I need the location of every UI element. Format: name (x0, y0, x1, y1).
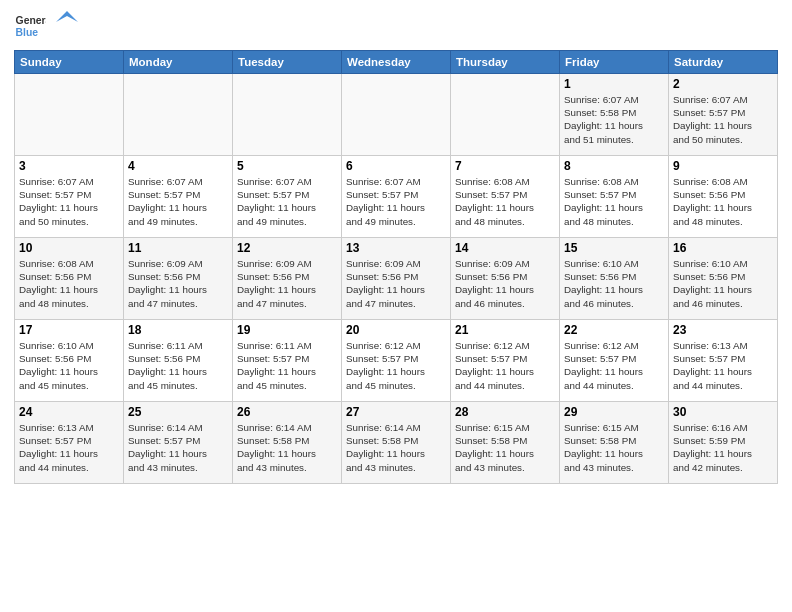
day-number: 20 (346, 323, 446, 337)
weekday-header-friday: Friday (560, 51, 669, 74)
weekday-header-tuesday: Tuesday (233, 51, 342, 74)
calendar-cell: 1Sunrise: 6:07 AM Sunset: 5:58 PM Daylig… (560, 74, 669, 156)
svg-text:General: General (16, 15, 46, 26)
weekday-header-wednesday: Wednesday (342, 51, 451, 74)
day-info: Sunrise: 6:09 AM Sunset: 5:56 PM Dayligh… (455, 257, 555, 310)
day-info: Sunrise: 6:15 AM Sunset: 5:58 PM Dayligh… (564, 421, 664, 474)
calendar-cell: 8Sunrise: 6:08 AM Sunset: 5:57 PM Daylig… (560, 156, 669, 238)
day-number: 23 (673, 323, 773, 337)
calendar-cell: 6Sunrise: 6:07 AM Sunset: 5:57 PM Daylig… (342, 156, 451, 238)
day-info: Sunrise: 6:08 AM Sunset: 5:56 PM Dayligh… (19, 257, 119, 310)
day-info: Sunrise: 6:08 AM Sunset: 5:56 PM Dayligh… (673, 175, 773, 228)
day-number: 30 (673, 405, 773, 419)
calendar-cell: 14Sunrise: 6:09 AM Sunset: 5:56 PM Dayli… (451, 238, 560, 320)
day-number: 29 (564, 405, 664, 419)
day-info: Sunrise: 6:07 AM Sunset: 5:57 PM Dayligh… (19, 175, 119, 228)
weekday-header-saturday: Saturday (669, 51, 778, 74)
day-info: Sunrise: 6:14 AM Sunset: 5:58 PM Dayligh… (237, 421, 337, 474)
day-info: Sunrise: 6:07 AM Sunset: 5:57 PM Dayligh… (673, 93, 773, 146)
logo-icon: General Blue (14, 10, 46, 42)
logo-arrow-icon (56, 11, 78, 33)
day-number: 13 (346, 241, 446, 255)
day-number: 19 (237, 323, 337, 337)
day-info: Sunrise: 6:14 AM Sunset: 5:57 PM Dayligh… (128, 421, 228, 474)
day-info: Sunrise: 6:07 AM Sunset: 5:57 PM Dayligh… (237, 175, 337, 228)
calendar-cell (233, 74, 342, 156)
calendar-cell: 28Sunrise: 6:15 AM Sunset: 5:58 PM Dayli… (451, 402, 560, 484)
calendar-cell: 19Sunrise: 6:11 AM Sunset: 5:57 PM Dayli… (233, 320, 342, 402)
day-info: Sunrise: 6:12 AM Sunset: 5:57 PM Dayligh… (455, 339, 555, 392)
day-info: Sunrise: 6:10 AM Sunset: 5:56 PM Dayligh… (564, 257, 664, 310)
day-number: 3 (19, 159, 119, 173)
weekday-header-sunday: Sunday (15, 51, 124, 74)
calendar-cell: 17Sunrise: 6:10 AM Sunset: 5:56 PM Dayli… (15, 320, 124, 402)
day-info: Sunrise: 6:07 AM Sunset: 5:57 PM Dayligh… (346, 175, 446, 228)
day-info: Sunrise: 6:13 AM Sunset: 5:57 PM Dayligh… (673, 339, 773, 392)
calendar-cell: 12Sunrise: 6:09 AM Sunset: 5:56 PM Dayli… (233, 238, 342, 320)
page-container: General Blue SundayMondayTuesdayWednesda… (0, 0, 792, 492)
day-info: Sunrise: 6:12 AM Sunset: 5:57 PM Dayligh… (564, 339, 664, 392)
calendar-cell: 30Sunrise: 6:16 AM Sunset: 5:59 PM Dayli… (669, 402, 778, 484)
calendar-cell: 23Sunrise: 6:13 AM Sunset: 5:57 PM Dayli… (669, 320, 778, 402)
calendar-header-row: SundayMondayTuesdayWednesdayThursdayFrid… (15, 51, 778, 74)
day-number: 27 (346, 405, 446, 419)
calendar-cell: 25Sunrise: 6:14 AM Sunset: 5:57 PM Dayli… (124, 402, 233, 484)
day-info: Sunrise: 6:12 AM Sunset: 5:57 PM Dayligh… (346, 339, 446, 392)
calendar-cell: 2Sunrise: 6:07 AM Sunset: 5:57 PM Daylig… (669, 74, 778, 156)
day-info: Sunrise: 6:15 AM Sunset: 5:58 PM Dayligh… (455, 421, 555, 474)
header: General Blue (14, 10, 778, 42)
calendar-week-5: 24Sunrise: 6:13 AM Sunset: 5:57 PM Dayli… (15, 402, 778, 484)
calendar-cell: 3Sunrise: 6:07 AM Sunset: 5:57 PM Daylig… (15, 156, 124, 238)
calendar-cell: 24Sunrise: 6:13 AM Sunset: 5:57 PM Dayli… (15, 402, 124, 484)
day-info: Sunrise: 6:11 AM Sunset: 5:57 PM Dayligh… (237, 339, 337, 392)
weekday-header-thursday: Thursday (451, 51, 560, 74)
day-info: Sunrise: 6:11 AM Sunset: 5:56 PM Dayligh… (128, 339, 228, 392)
calendar-week-4: 17Sunrise: 6:10 AM Sunset: 5:56 PM Dayli… (15, 320, 778, 402)
day-info: Sunrise: 6:08 AM Sunset: 5:57 PM Dayligh… (455, 175, 555, 228)
day-number: 9 (673, 159, 773, 173)
day-info: Sunrise: 6:14 AM Sunset: 5:58 PM Dayligh… (346, 421, 446, 474)
calendar-cell: 13Sunrise: 6:09 AM Sunset: 5:56 PM Dayli… (342, 238, 451, 320)
calendar-cell: 5Sunrise: 6:07 AM Sunset: 5:57 PM Daylig… (233, 156, 342, 238)
calendar-table: SundayMondayTuesdayWednesdayThursdayFrid… (14, 50, 778, 484)
calendar-cell (342, 74, 451, 156)
calendar-week-3: 10Sunrise: 6:08 AM Sunset: 5:56 PM Dayli… (15, 238, 778, 320)
calendar-cell: 20Sunrise: 6:12 AM Sunset: 5:57 PM Dayli… (342, 320, 451, 402)
svg-marker-3 (56, 11, 78, 22)
day-number: 4 (128, 159, 228, 173)
day-info: Sunrise: 6:10 AM Sunset: 5:56 PM Dayligh… (673, 257, 773, 310)
day-info: Sunrise: 6:07 AM Sunset: 5:58 PM Dayligh… (564, 93, 664, 146)
calendar-cell: 11Sunrise: 6:09 AM Sunset: 5:56 PM Dayli… (124, 238, 233, 320)
day-number: 12 (237, 241, 337, 255)
svg-text:Blue: Blue (16, 27, 39, 38)
day-number: 25 (128, 405, 228, 419)
day-number: 6 (346, 159, 446, 173)
day-number: 24 (19, 405, 119, 419)
day-info: Sunrise: 6:13 AM Sunset: 5:57 PM Dayligh… (19, 421, 119, 474)
calendar-cell: 7Sunrise: 6:08 AM Sunset: 5:57 PM Daylig… (451, 156, 560, 238)
day-number: 11 (128, 241, 228, 255)
day-number: 8 (564, 159, 664, 173)
calendar-week-1: 1Sunrise: 6:07 AM Sunset: 5:58 PM Daylig… (15, 74, 778, 156)
calendar-cell: 22Sunrise: 6:12 AM Sunset: 5:57 PM Dayli… (560, 320, 669, 402)
day-number: 2 (673, 77, 773, 91)
day-info: Sunrise: 6:09 AM Sunset: 5:56 PM Dayligh… (128, 257, 228, 310)
calendar-cell: 29Sunrise: 6:15 AM Sunset: 5:58 PM Dayli… (560, 402, 669, 484)
day-number: 21 (455, 323, 555, 337)
day-number: 1 (564, 77, 664, 91)
calendar-cell (15, 74, 124, 156)
calendar-cell: 26Sunrise: 6:14 AM Sunset: 5:58 PM Dayli… (233, 402, 342, 484)
day-number: 22 (564, 323, 664, 337)
day-number: 15 (564, 241, 664, 255)
day-info: Sunrise: 6:10 AM Sunset: 5:56 PM Dayligh… (19, 339, 119, 392)
calendar-cell: 21Sunrise: 6:12 AM Sunset: 5:57 PM Dayli… (451, 320, 560, 402)
day-number: 5 (237, 159, 337, 173)
weekday-header-monday: Monday (124, 51, 233, 74)
day-info: Sunrise: 6:09 AM Sunset: 5:56 PM Dayligh… (346, 257, 446, 310)
day-number: 18 (128, 323, 228, 337)
day-number: 10 (19, 241, 119, 255)
day-info: Sunrise: 6:08 AM Sunset: 5:57 PM Dayligh… (564, 175, 664, 228)
calendar-cell (124, 74, 233, 156)
calendar-cell: 10Sunrise: 6:08 AM Sunset: 5:56 PM Dayli… (15, 238, 124, 320)
day-number: 7 (455, 159, 555, 173)
